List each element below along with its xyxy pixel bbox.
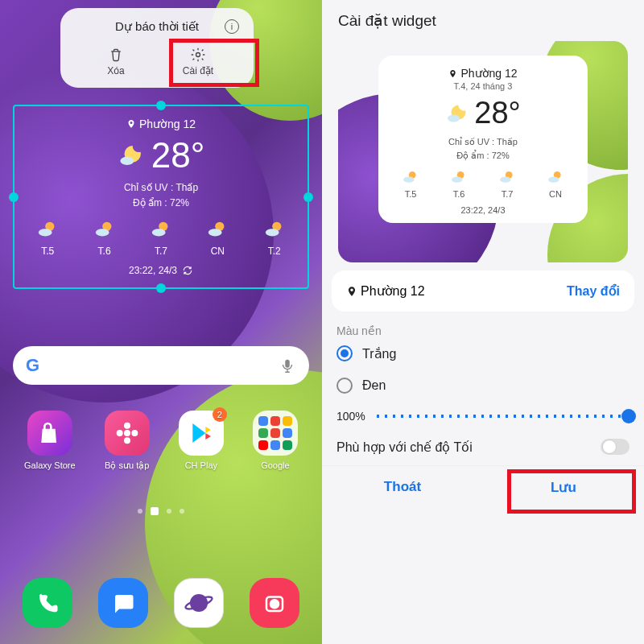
humidity: Độ ẩm : 72% xyxy=(19,196,303,211)
svg-point-5 xyxy=(95,229,109,237)
forecast-day: T.6 xyxy=(93,219,116,257)
location-pin-icon xyxy=(126,119,136,129)
slider-thumb[interactable] xyxy=(621,409,636,423)
svg-rect-12 xyxy=(285,360,290,368)
messages-app[interactable] xyxy=(98,578,148,628)
partly-cloudy-icon xyxy=(150,219,172,242)
save-highlight-box xyxy=(507,469,636,514)
trash-icon xyxy=(108,47,124,63)
humidity: Độ ẩm : 72% xyxy=(386,149,580,163)
temperature: 28° xyxy=(151,135,205,175)
forecast-day: T.7 xyxy=(150,219,172,257)
refresh-icon[interactable] xyxy=(182,265,193,276)
forecast-day: T.6 xyxy=(450,169,468,199)
message-icon xyxy=(111,591,135,615)
galaxy-store-app[interactable]: Galaxy Store xyxy=(24,411,76,471)
partly-cloudy-icon xyxy=(206,219,229,242)
folder-icon xyxy=(253,411,298,456)
ch-play-app[interactable]: 2 CH Play xyxy=(179,411,224,471)
opacity-slider-row: 100% xyxy=(322,402,644,427)
svg-point-28 xyxy=(500,177,510,183)
location-row: Phường 12 xyxy=(19,118,303,130)
radio-white[interactable]: Trắng xyxy=(322,337,644,369)
forecast-day: T.5 xyxy=(36,219,59,257)
gallery-app[interactable]: Bộ sưu tập xyxy=(105,411,150,471)
svg-point-7 xyxy=(152,229,166,237)
uv-index: Chỉ số UV : Thấp xyxy=(386,135,580,149)
partly-cloudy-icon xyxy=(263,219,286,242)
slider-value: 100% xyxy=(336,410,365,423)
svg-point-16 xyxy=(116,430,122,436)
phone-icon xyxy=(35,591,60,615)
google-logo-icon: G xyxy=(26,355,39,376)
flower-icon xyxy=(114,420,140,446)
resize-handle-left[interactable] xyxy=(9,192,19,202)
uv-index: Chỉ số UV : Thấp xyxy=(19,180,303,196)
save-button[interactable]: Lưu xyxy=(483,466,644,509)
planet-icon xyxy=(184,588,214,618)
svg-point-15 xyxy=(124,437,130,444)
badge: 2 xyxy=(213,407,227,422)
forecast-day: T.7 xyxy=(498,169,516,199)
svg-point-13 xyxy=(124,430,130,436)
svg-point-24 xyxy=(403,177,414,183)
delete-button[interactable]: Xóa xyxy=(75,42,157,81)
background-section-label: Màu nền xyxy=(336,324,644,337)
google-search-bar[interactable]: G xyxy=(13,346,309,385)
page-title: Cài đặt widget xyxy=(322,0,644,41)
partly-cloudy-icon xyxy=(450,169,468,187)
date: T.4, 24 tháng 3 xyxy=(386,81,580,91)
camera-icon xyxy=(262,591,287,615)
forecast-day: T.5 xyxy=(402,169,419,199)
timestamp: 23:22, 24/3 xyxy=(386,205,580,215)
dark-mode-toggle[interactable] xyxy=(601,439,630,455)
weather-widget-selection[interactable]: Phường 12 28° Chỉ số UV : Thấp Độ ẩm : 7… xyxy=(13,105,309,289)
svg-point-20 xyxy=(270,599,280,609)
partly-cloudy-icon xyxy=(93,219,116,242)
opacity-slider[interactable] xyxy=(377,415,630,418)
internet-app[interactable] xyxy=(174,578,224,628)
info-icon[interactable]: i xyxy=(225,19,239,34)
moon-cloud-icon xyxy=(118,142,145,169)
radio-checked-icon xyxy=(336,345,353,361)
location-pin-icon xyxy=(448,69,457,78)
widget-settings-screen: Cài đặt widget Phường 12 T.4, 24 tháng 3… xyxy=(322,0,644,644)
svg-point-17 xyxy=(131,430,138,436)
google-folder[interactable]: Google xyxy=(253,411,298,471)
svg-point-3 xyxy=(39,229,52,237)
play-store-icon xyxy=(188,420,214,446)
resize-handle-top[interactable] xyxy=(156,101,166,110)
apps-row: Galaxy Store Bộ sưu tập 2 CH Play Google xyxy=(10,411,312,471)
popup-title: Dự báo thời tiết xyxy=(115,19,199,34)
settings-highlight-box xyxy=(169,39,259,87)
phone-app[interactable] xyxy=(23,578,72,628)
camera-app[interactable] xyxy=(250,578,299,628)
partly-cloudy-icon xyxy=(402,169,419,187)
shopping-bag-icon xyxy=(37,420,63,446)
forecast-day: CN xyxy=(547,169,564,199)
bottom-actions: Thoát Lưu xyxy=(322,465,644,509)
svg-point-14 xyxy=(124,423,130,429)
wallpaper xyxy=(0,0,322,644)
forecast-day: CN xyxy=(206,219,229,257)
home-screen: Dự báo thời tiết i Xóa Cài đặt Phường 12 xyxy=(0,0,322,644)
change-location-button[interactable]: Thay đổi xyxy=(567,283,620,299)
radio-unchecked-icon xyxy=(336,378,353,394)
widget-preview-area: Phường 12 T.4, 24 tháng 3 28° Chỉ số UV … xyxy=(338,41,628,262)
svg-point-9 xyxy=(208,229,222,237)
weather-widget-preview: Phường 12 T.4, 24 tháng 3 28° Chỉ số UV … xyxy=(378,56,588,223)
radio-black[interactable]: Đen xyxy=(322,369,644,402)
page-indicator[interactable] xyxy=(138,507,184,515)
exit-button[interactable]: Thoát xyxy=(322,466,483,509)
weather-widget-content: Phường 12 28° Chỉ số UV : Thấp Độ ẩm : 7… xyxy=(14,106,308,287)
dock xyxy=(10,578,312,628)
forecast-row: T.5 T.6 T.7 CN T.2 xyxy=(19,219,303,257)
partly-cloudy-icon xyxy=(36,219,59,242)
dark-mode-row: Phù hợp với chế độ Tối xyxy=(322,427,644,461)
svg-point-26 xyxy=(452,177,462,183)
mic-icon[interactable] xyxy=(279,357,296,374)
svg-point-30 xyxy=(548,177,559,183)
resize-handle-right[interactable] xyxy=(303,192,313,202)
forecast-day: T.2 xyxy=(263,219,286,257)
timestamp-row: 23:22, 24/3 xyxy=(19,265,303,276)
